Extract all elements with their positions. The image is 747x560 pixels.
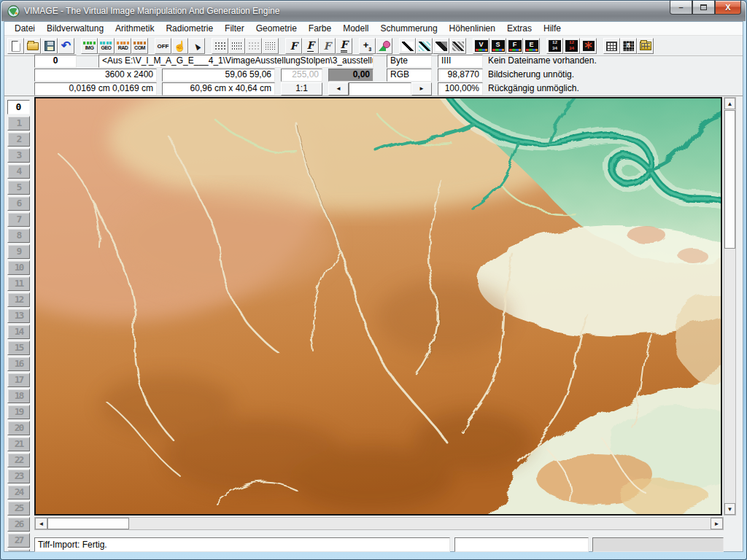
scroll-down-button[interactable]: ▼	[724, 503, 735, 515]
lut-linear-button[interactable]	[399, 38, 416, 54]
frame-register-button-18[interactable]: 18	[7, 389, 30, 403]
coverage-field[interactable]: 98,8770	[438, 69, 483, 82]
matrix-8-button[interactable]: 8	[620, 38, 637, 54]
minimize-button[interactable]: –	[670, 1, 692, 15]
frame-register-button-10[interactable]: 10	[7, 260, 30, 275]
title-bar[interactable]: VIMAGE - The Virtual Image Manipulation …	[1, 1, 746, 21]
channel-f-button[interactable]: F	[506, 38, 523, 54]
frame-register-button-8[interactable]: 8	[7, 228, 30, 243]
horizontal-scrollbar[interactable]: ◄ ►	[34, 517, 724, 530]
frame-register-button-24[interactable]: 24	[7, 485, 30, 499]
frame-register-button-15[interactable]: 15	[7, 341, 30, 355]
zoom-step-left-button[interactable]: ◄	[328, 82, 349, 96]
menu-item-geometrie[interactable]: Geometrie	[250, 22, 303, 35]
open-raster-button[interactable]	[637, 38, 654, 54]
menu-item-farbe[interactable]: Farbe	[303, 22, 337, 35]
raster-pattern-3-button[interactable]	[245, 38, 262, 54]
menu-item-radiometrie[interactable]: Radiometrie	[160, 22, 219, 35]
frame-register-button-25[interactable]: 25	[7, 501, 30, 516]
frame-register-button-12[interactable]: 12	[7, 292, 30, 307]
maximize-button[interactable]	[692, 1, 715, 15]
frame-register-button-17[interactable]: 17	[7, 373, 30, 387]
register-index-field[interactable]: 0	[34, 55, 77, 68]
lut-gray-button[interactable]	[449, 38, 466, 54]
frame-register-button-11[interactable]: 11	[7, 276, 30, 291]
frame-register-button-3[interactable]: 3	[7, 148, 30, 163]
menu-item-extras[interactable]: Extras	[501, 22, 538, 35]
zoom-step-track[interactable]	[349, 82, 411, 96]
raster-pattern-1-button[interactable]	[212, 38, 228, 54]
rad-register-button[interactable]: RAD	[115, 38, 131, 54]
frame-register-button-16[interactable]: 16	[7, 357, 30, 371]
color-mode-field[interactable]: RGB	[387, 69, 432, 82]
raster-pattern-2-button[interactable]	[228, 38, 245, 54]
scroll-left-button[interactable]: ◄	[35, 518, 47, 529]
com-register-button[interactable]: COM	[131, 38, 148, 54]
frame-register-button-13[interactable]: 13	[7, 308, 30, 323]
channel-e-button[interactable]: E	[523, 38, 540, 54]
resolution-field[interactable]: 59,06 59,06	[162, 69, 275, 82]
function-f4-button[interactable]: F	[336, 38, 352, 54]
draw-tool-button[interactable]	[376, 38, 392, 54]
frame-register-button-7[interactable]: 7	[7, 212, 30, 227]
quadrant-1234-button[interactable]: 12 34	[546, 38, 563, 54]
lut-contrast-button[interactable]	[433, 38, 449, 54]
bands-field[interactable]: IIII	[438, 55, 483, 68]
frame-register-button-19[interactable]: 19	[7, 405, 30, 419]
frame-register-button-1[interactable]: 1	[7, 116, 30, 131]
open-image-button[interactable]	[24, 38, 41, 54]
frame-register-button-0[interactable]: 0	[7, 100, 30, 114]
print-size-field[interactable]: 60,96 cm x 40,64 cm	[162, 82, 275, 96]
frame-register-button-23[interactable]: 23	[7, 469, 30, 483]
frame-register-button-9[interactable]: 9	[7, 244, 30, 259]
geo-register-button[interactable]: GEO	[98, 38, 115, 54]
img-register-button[interactable]: IMG	[81, 38, 98, 54]
function-f1-button[interactable]: F	[285, 38, 302, 54]
menu-item-hilfe[interactable]: Hilfe	[538, 22, 567, 35]
frame-register-button-2[interactable]: 2	[7, 132, 30, 147]
vertical-scrollbar[interactable]: ▲ ▼	[724, 97, 736, 516]
pixel-pick-button[interactable]: +3	[359, 38, 376, 54]
zoom-percent-field[interactable]: 100,00%	[438, 82, 483, 96]
zoom-step-right-button[interactable]: ►	[411, 82, 432, 96]
function-f3-button[interactable]: F	[319, 38, 336, 54]
map-canvas[interactable]	[34, 97, 722, 516]
frame-register-button-20[interactable]: 20	[7, 421, 30, 435]
horizontal-scroll-thumb[interactable]	[47, 518, 129, 529]
menu-item-arithmetik[interactable]: Arithmetik	[109, 22, 160, 35]
channel-v-button[interactable]: V	[473, 38, 489, 54]
menu-item-modell[interactable]: Modell	[337, 22, 374, 35]
new-image-button[interactable]	[7, 38, 24, 54]
overlay-off-button[interactable]: OFF	[155, 38, 171, 54]
pan-tool-button[interactable]	[171, 38, 188, 54]
scroll-right-button[interactable]: ►	[711, 518, 723, 529]
menu-item-schummerung[interactable]: Schummerung	[375, 22, 444, 35]
dimensions-field[interactable]: 3600 x 2400	[34, 69, 157, 82]
frame-register-button-5[interactable]: 5	[7, 180, 30, 195]
menu-item-bildverwaltung[interactable]: Bildverwaltung	[41, 22, 109, 35]
save-image-button[interactable]	[41, 38, 58, 54]
menu-item-datei[interactable]: Datei	[9, 22, 41, 35]
data-type-field[interactable]: Byte	[387, 55, 432, 68]
image-path-field[interactable]: <Aus E:\V_I_M_A_G_E___4_1\VimageAusstell…	[98, 55, 374, 68]
frame-register-button-21[interactable]: 21	[7, 437, 30, 451]
grid-view-button[interactable]	[603, 38, 620, 54]
frame-register-button-26[interactable]: 26	[7, 517, 30, 532]
raster-pattern-4-button[interactable]	[262, 38, 279, 54]
frame-register-button-6[interactable]: 6	[7, 196, 30, 211]
lut-cyan-button[interactable]	[416, 38, 433, 54]
settings-gear-button[interactable]	[580, 38, 597, 54]
scroll-up-button[interactable]: ▲	[724, 98, 735, 109]
menu-item-filter[interactable]: Filter	[219, 22, 250, 35]
quadrant-1234-active-button[interactable]: 12 34	[563, 38, 580, 54]
horizontal-scroll-track[interactable]	[129, 518, 711, 529]
close-button[interactable]: X	[715, 1, 741, 15]
function-f2-button[interactable]: F	[302, 38, 319, 54]
zoom-ratio-button[interactable]: 1:1	[281, 82, 322, 96]
pixel-size-field[interactable]: 0,0169 cm 0,0169 cm	[34, 82, 157, 96]
pointer-tool-button[interactable]	[188, 38, 205, 54]
undo-button[interactable]	[58, 38, 74, 54]
vertical-scroll-thumb[interactable]	[724, 110, 735, 249]
menu-item-hhenlinien[interactable]: Höhenlinien	[444, 22, 501, 35]
frame-register-button-22[interactable]: 22	[7, 453, 30, 467]
